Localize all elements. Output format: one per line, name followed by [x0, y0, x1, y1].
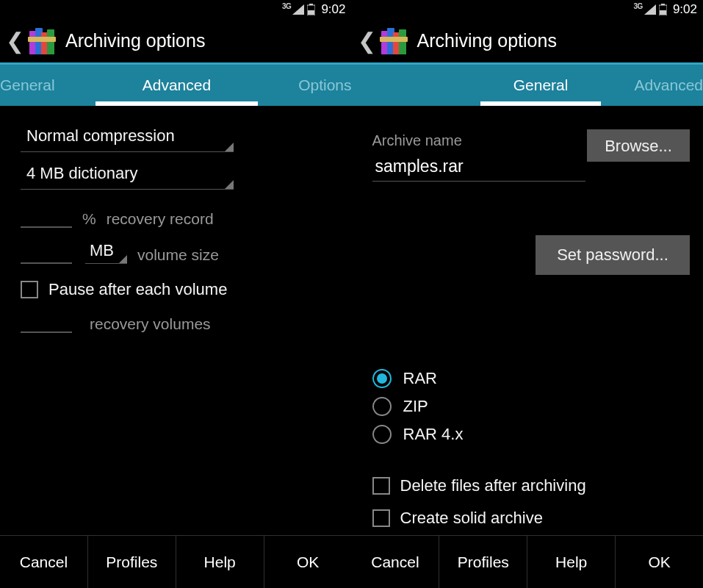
radio-rar-label: RAR [403, 369, 437, 388]
solid-checkbox[interactable] [372, 509, 390, 527]
back-icon[interactable]: ❮ [356, 28, 378, 54]
cancel-button[interactable]: Cancel [352, 536, 440, 588]
bottom-bar: Cancel Profiles Help OK [0, 535, 352, 588]
percent-label: % [82, 210, 96, 228]
rar-app-icon [379, 26, 408, 56]
profiles-button[interactable]: Profiles [88, 536, 176, 588]
delete-after-checkbox[interactable] [372, 477, 390, 495]
volume-size-row: MB volume size [21, 241, 336, 264]
network-3g-label: 3G [282, 2, 291, 10]
signal-icon [644, 4, 656, 15]
tab-general[interactable]: General [0, 65, 70, 106]
ok-button[interactable]: OK [616, 536, 703, 588]
advanced-content: Normal compression 4 MB dictionary % rec… [0, 106, 352, 535]
volume-size-input[interactable] [21, 243, 72, 264]
back-icon[interactable]: ❮ [4, 28, 26, 54]
radio-zip-label: ZIP [403, 397, 428, 416]
svg-marker-0 [292, 4, 304, 15]
svg-rect-7 [660, 10, 666, 15]
radio-zip-row[interactable]: ZIP [372, 397, 688, 416]
radio-rar[interactable] [372, 369, 392, 388]
recovery-percent-input[interactable] [21, 207, 72, 228]
dictionary-spinner[interactable]: 4 MB dictionary [21, 157, 234, 190]
tab-options[interactable]: Options [284, 65, 351, 106]
recovery-record-label: recovery record [107, 210, 214, 228]
solid-label: Create solid archive [400, 509, 543, 528]
recovery-volumes-row: recovery volumes [21, 312, 336, 333]
browse-button[interactable]: Browse... [587, 129, 690, 162]
archive-name-label: Archive name [372, 132, 585, 149]
signal-icon [292, 4, 304, 15]
screen-general: 3G 9:02 ❮ Archiving options General Adva… [352, 0, 704, 588]
set-password-button[interactable]: Set password... [536, 235, 690, 275]
radio-rar-row[interactable]: RAR [372, 369, 688, 388]
status-time: 9:02 [321, 2, 345, 17]
battery-icon [659, 4, 667, 15]
volume-unit-spinner[interactable]: MB [85, 241, 127, 264]
app-title: Archiving options [417, 30, 557, 51]
recovery-record-row: % recovery record [21, 207, 336, 228]
recovery-volumes-label: recovery volumes [90, 315, 211, 333]
tab-general[interactable]: General [462, 65, 620, 106]
network-3g-label: 3G [634, 2, 643, 10]
format-radios: RAR ZIP RAR 4.x [372, 360, 688, 453]
radio-rar4x-row[interactable]: RAR 4.x [372, 425, 688, 444]
tab-advanced[interactable]: Advanced [620, 65, 703, 106]
recovery-volumes-input[interactable] [21, 312, 72, 333]
app-bar: ❮ Archiving options [0, 19, 352, 65]
tab-bar: General Advanced [352, 65, 704, 106]
screen-advanced: 3G 9:02 ❮ Archiving options General Adva… [0, 0, 352, 588]
status-time: 9:02 [673, 2, 697, 17]
tab-bar: General Advanced Options [0, 65, 352, 106]
pause-checkbox-row[interactable]: Pause after each volume [21, 280, 336, 299]
radio-rar4x[interactable] [372, 425, 392, 444]
battery-icon [307, 4, 315, 15]
archive-name-input[interactable] [372, 152, 585, 182]
profiles-button[interactable]: Profiles [439, 536, 527, 588]
pause-label: Pause after each volume [48, 280, 227, 299]
bottom-bar: Cancel Profiles Help OK [352, 535, 704, 588]
app-bar: ❮ Archiving options [352, 19, 704, 65]
help-button[interactable]: Help [176, 536, 264, 588]
delete-after-row[interactable]: Delete files after archiving [372, 476, 688, 495]
radio-rar4x-label: RAR 4.x [403, 425, 464, 444]
pause-checkbox[interactable] [21, 281, 38, 298]
ok-button[interactable]: OK [264, 536, 352, 588]
svg-marker-4 [644, 4, 656, 15]
status-bar: 3G 9:02 [352, 0, 704, 19]
help-button[interactable]: Help [527, 536, 616, 588]
rar-app-icon [27, 26, 57, 56]
radio-zip[interactable] [372, 397, 392, 416]
status-bar: 3G 9:02 [0, 0, 352, 19]
delete-after-label: Delete files after archiving [400, 476, 586, 495]
volume-size-label: volume size [137, 246, 219, 264]
svg-rect-3 [308, 10, 314, 15]
compression-spinner[interactable]: Normal compression [21, 119, 234, 152]
tab-advanced[interactable]: Advanced [70, 65, 284, 106]
cancel-button[interactable]: Cancel [0, 536, 88, 588]
solid-row[interactable]: Create solid archive [372, 509, 688, 528]
app-title: Archiving options [65, 30, 205, 51]
general-content: Archive name RAR ZIP RAR 4.x Delete file… [352, 106, 704, 535]
